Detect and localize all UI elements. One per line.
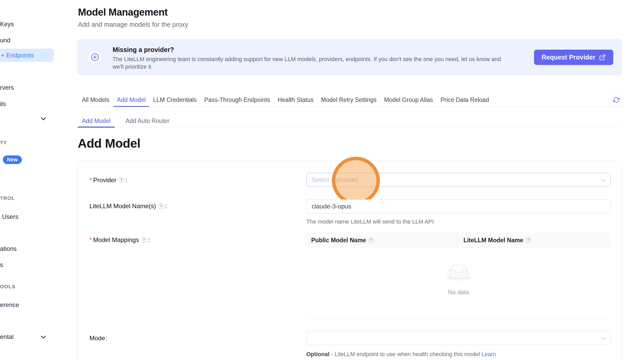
plus-circle-icon: [88, 51, 101, 64]
question-circle-icon[interactable]: ?: [158, 203, 164, 209]
tab-all-models[interactable]: All Models: [78, 93, 113, 107]
request-provider-label: Request Provider: [542, 54, 595, 61]
sidebar-item-inference[interactable]: erence: [0, 301, 19, 309]
model-mappings-table: Public Model Name ? LiteLLM Model Name ?…: [306, 232, 611, 318]
model-mappings-label: * Model Mappings ? :: [89, 236, 150, 244]
column-public-model-name-text: Public Model Name: [311, 237, 366, 244]
mode-helper-text: - LiteLLM endpoint to use when health ch…: [329, 351, 482, 357]
tab-health-status[interactable]: Health Status: [274, 93, 317, 107]
sidebar-item-servers[interactable]: rvers: [0, 84, 14, 91]
add-model-heading: Add Model: [78, 136, 140, 150]
label-colon: :: [106, 335, 107, 342]
sidebar-section-control: TROL: [0, 195, 15, 201]
banner-text-line2: we'll prioritize it.: [113, 63, 153, 70]
question-circle-icon[interactable]: ?: [368, 237, 374, 243]
subtab-add-model[interactable]: Add Model: [78, 115, 115, 126]
label-colon: :: [148, 236, 150, 244]
new-badge[interactable]: New: [3, 155, 22, 164]
mode-helper-optional: Optional: [306, 351, 329, 357]
litellm-model-name-helper: The model name LiteLLM will send to the …: [306, 218, 434, 225]
learn-link[interactable]: Learn: [482, 351, 496, 357]
tab-model-group-alias[interactable]: Model Group Alias: [380, 93, 437, 107]
tab-pass-through-endpoints[interactable]: Pass-Through Endpoints: [201, 93, 274, 107]
tab-llm-credentials[interactable]: LLM Credentials: [149, 93, 200, 107]
sidebar-item-ils[interactable]: ils: [0, 100, 6, 108]
column-litellm-model-name: LiteLLM Model Name ?: [459, 232, 611, 248]
litellm-model-name-label: LiteLLM Model Name(s) ? :: [89, 202, 167, 210]
chevron-down-icon: [601, 176, 606, 184]
missing-provider-banner: Missing a provider? The LiteLLM engineer…: [77, 39, 622, 75]
mode-label-text: Mode: [89, 335, 105, 342]
model-mappings-label-text: Model Mappings: [93, 236, 139, 244]
column-public-model-name: Public Model Name ?: [306, 232, 459, 248]
sidebar-item-playground[interactable]: und: [0, 36, 10, 44]
required-asterisk: *: [89, 176, 92, 184]
chevron-down-icon[interactable]: [41, 117, 46, 122]
model-mappings-table-header: Public Model Name ? LiteLLM Model Name ?: [306, 232, 611, 248]
sidebar-item-endpoints-label: + Endpoints: [1, 49, 34, 62]
chevron-down-icon[interactable]: [41, 335, 46, 340]
tab-model-retry-settings[interactable]: Model Retry Settings: [317, 93, 380, 107]
required-asterisk: *: [89, 236, 92, 244]
chevron-down-icon: [601, 334, 606, 342]
add-model-form-card: * Provider ? : Select a provider LiteLLM…: [77, 160, 622, 360]
provider-select-placeholder: Select a provider: [312, 176, 359, 184]
tab-add-model[interactable]: Add Model: [113, 93, 149, 107]
provider-label-text: Provider: [93, 176, 116, 184]
model-tabs-bar: All Models Add Model LLM Credentials Pas…: [78, 93, 622, 107]
external-link-icon: [599, 54, 606, 61]
sidebar: Keys und + Endpoints rvers ils TY New TR…: [0, 0, 60, 360]
mode-select[interactable]: [306, 331, 611, 345]
banner-text-line1: The LiteLLM engineering team is constant…: [113, 56, 501, 63]
sidebar-section-tools: OOLS: [0, 284, 16, 290]
table-empty-state: No data: [306, 265, 611, 296]
label-colon: :: [165, 202, 167, 210]
sidebar-item-keys[interactable]: Keys: [0, 20, 14, 28]
subtab-add-auto-router[interactable]: Add Auto Router: [121, 115, 174, 126]
sidebar-item-users[interactable]: Users: [2, 213, 18, 221]
sidebar-item-organizations[interactable]: ations: [0, 245, 17, 253]
tab-price-data-reload[interactable]: Price Data Reload: [437, 93, 493, 107]
banner-heading: Missing a provider?: [113, 46, 174, 54]
provider-select[interactable]: Select a provider: [306, 173, 611, 187]
page-title: Model Management: [78, 7, 168, 18]
mode-helper: Optional - LiteLLM endpoint to use when …: [306, 351, 496, 358]
litellm-model-name-input[interactable]: claude-3-opus: [306, 199, 611, 213]
page-subtitle: Add and manage models for the proxy: [78, 21, 188, 28]
label-colon: :: [126, 176, 127, 184]
litellm-model-name-value: claude-3-opus: [312, 203, 351, 210]
refresh-icon: [613, 97, 620, 103]
sidebar-item-experimental[interactable]: ental: [0, 333, 14, 341]
mode-label: Mode :: [89, 335, 107, 342]
provider-label: * Provider ? :: [89, 176, 127, 184]
sidebar-section-ty: TY: [0, 140, 7, 146]
column-litellm-model-name-text: LiteLLM Model Name: [464, 237, 523, 244]
sidebar-item-s[interactable]: s: [0, 261, 3, 269]
question-circle-icon[interactable]: ?: [141, 237, 147, 243]
no-data-text: No data: [306, 289, 611, 296]
request-provider-button[interactable]: Request Provider: [534, 50, 613, 65]
question-circle-icon[interactable]: ?: [525, 237, 531, 243]
empty-box-icon: [446, 265, 471, 282]
sidebar-item-endpoints[interactable]: + Endpoints: [0, 49, 54, 62]
question-circle-icon[interactable]: ?: [119, 177, 124, 183]
litellm-model-name-label-text: LiteLLM Model Name(s): [89, 202, 156, 210]
refresh-button[interactable]: [610, 93, 623, 106]
add-model-subtabs-bar: Add Model Add Auto Router: [78, 114, 622, 127]
